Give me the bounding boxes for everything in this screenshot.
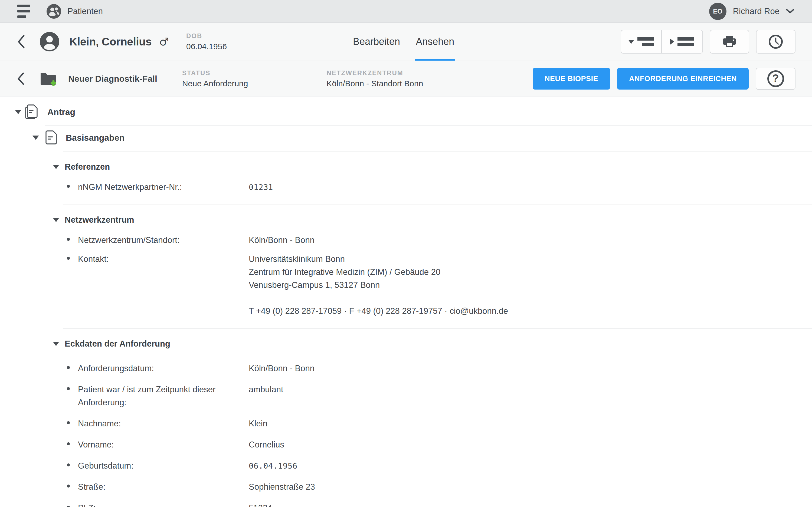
field-row: Straße: Sophienstraße 23: [0, 481, 812, 494]
case-toolbar: NEUE BIOPSIE ANFORDERUNG EINREICHEN ?: [533, 61, 796, 97]
app-header: Patienten: [46, 4, 103, 19]
field-row: Vorname: Cornelius: [0, 438, 812, 451]
tree-expand-collapse-group: [620, 30, 703, 54]
submit-request-button[interactable]: ANFORDERUNG EINREICHEN: [617, 68, 749, 90]
print-icon: [723, 36, 736, 47]
divider: [45, 125, 812, 125]
collapse-all-icon: [670, 39, 674, 45]
field-value: 51234: [249, 502, 272, 507]
bullet-icon: [67, 485, 70, 488]
tree-node-antrag[interactable]: Antrag: [0, 104, 812, 120]
user-menu[interactable]: EO Richard Roe: [709, 3, 794, 20]
tree-caret-icon[interactable]: [33, 135, 39, 140]
top-app-bar: Patienten EO Richard Roe: [0, 0, 812, 23]
menu-icon[interactable]: [17, 5, 30, 18]
case-detail-tree: Antrag Basisangaben Referenzen nNGM Netz…: [0, 97, 812, 507]
dob-value: 06.04.1956: [186, 42, 227, 51]
section-netzwerkzentrum[interactable]: Netzwerkzentrum: [0, 214, 812, 226]
case-back-button[interactable]: [17, 72, 24, 85]
tab-ansehen[interactable]: Ansehen: [415, 23, 455, 61]
field-value: ambulant: [249, 383, 283, 396]
patients-icon: [46, 4, 61, 19]
patient-name: Klein, Cornelius: [69, 36, 152, 48]
active-tab-underline: [415, 59, 455, 61]
bullet-icon: [67, 421, 70, 424]
new-biopsy-button[interactable]: NEUE BIOPSIE: [533, 68, 610, 90]
bullet-icon: [67, 366, 70, 369]
patient-toolbar: [620, 23, 796, 61]
document-stack-icon: [24, 104, 39, 120]
tree-caret-icon[interactable]: [53, 165, 59, 169]
chevron-down-icon: [786, 9, 794, 14]
case-folder-icon: [40, 70, 57, 87]
divider: [63, 152, 812, 152]
view-tabs: Bearbeiten Ansehen: [352, 23, 455, 61]
field-row: nNGM Netzwerkpartner-Nr.: 01231: [0, 181, 812, 194]
tree-node-label: Antrag: [47, 107, 75, 117]
help-icon: ?: [767, 70, 784, 87]
male-icon: ♂: [159, 36, 169, 48]
expand-all-icon: [628, 40, 634, 44]
field-value: Cornelius: [249, 438, 284, 451]
dob-block: DOB 06.04.1956: [186, 32, 227, 51]
field-value: 06.04.1956: [249, 459, 297, 472]
bullet-icon: [67, 463, 70, 466]
expand-all-button[interactable]: [621, 30, 662, 53]
tab-bearbeiten[interactable]: Bearbeiten: [352, 23, 401, 61]
field-row: Nachname: Klein: [0, 417, 812, 430]
tree-caret-icon[interactable]: [53, 218, 59, 222]
tree-caret-icon[interactable]: [53, 342, 59, 346]
dob-label: DOB: [186, 32, 227, 40]
case-title: Neuer Diagnostik-Fall: [68, 74, 157, 84]
status-value: Neue Anforderung: [182, 79, 248, 88]
field-value: Klein: [249, 417, 267, 430]
field-row: Kontakt: Universitätsklinikum Bonn Zentr…: [0, 253, 812, 318]
avatar: EO: [709, 3, 726, 20]
field-value: Universitätsklinikum Bonn Zentrum für In…: [249, 253, 508, 318]
field-row: Anforderungsdatum: Köln/Bonn - Bonn: [0, 362, 812, 375]
history-icon: [768, 34, 783, 49]
bullet-icon: [67, 257, 70, 260]
document-icon: [45, 130, 57, 145]
status-block: STATUS Neue Anforderung: [182, 69, 248, 88]
patient-header-bar: Klein, Cornelius ♂ DOB 06.04.1956 Bearbe…: [0, 23, 812, 61]
network-center-block: NETZWERKZENTRUM Köln/Bonn - Standort Bon…: [326, 69, 423, 88]
app-title: Patienten: [67, 6, 103, 16]
status-label: STATUS: [182, 69, 248, 77]
back-button[interactable]: [17, 35, 25, 49]
network-center-label: NETZWERKZENTRUM: [326, 69, 423, 77]
user-name: Richard Roe: [733, 6, 779, 16]
tree-caret-icon[interactable]: [15, 110, 21, 114]
collapse-all-button[interactable]: [662, 30, 702, 53]
divider: [63, 205, 812, 205]
help-button[interactable]: ?: [756, 68, 796, 90]
section-eckdaten[interactable]: Eckdaten der Anforderung: [0, 338, 812, 349]
tree-node-label: Basisangaben: [66, 133, 124, 143]
patient-avatar-icon: [40, 32, 60, 52]
section-referenzen[interactable]: Referenzen: [0, 161, 812, 173]
field-row: PLZ: 51234: [0, 502, 812, 507]
field-row: Geburtsdatum: 06.04.1956: [0, 459, 812, 472]
print-button[interactable]: [710, 30, 749, 54]
field-row: Patient war / ist zum Zeitpunkt dieser A…: [0, 383, 812, 409]
field-row: Netzwerkzentrum/Standort: Köln/Bonn - Bo…: [0, 234, 812, 247]
bullet-icon: [67, 238, 70, 241]
bullet-icon: [67, 506, 70, 507]
tree-node-basisangaben[interactable]: Basisangaben: [0, 130, 812, 146]
field-value: Köln/Bonn - Bonn: [249, 362, 315, 375]
network-center-value: Köln/Bonn - Standort Bonn: [326, 79, 423, 88]
divider: [63, 328, 812, 329]
bullet-icon: [67, 387, 70, 390]
bullet-icon: [67, 185, 70, 188]
case-header-bar: Neuer Diagnostik-Fall STATUS Neue Anford…: [0, 61, 812, 97]
field-value: Köln/Bonn - Bonn: [249, 234, 315, 247]
field-value: 01231: [249, 181, 273, 194]
bullet-icon: [67, 442, 70, 445]
field-value: Sophienstraße 23: [249, 481, 315, 494]
history-button[interactable]: [756, 30, 796, 54]
